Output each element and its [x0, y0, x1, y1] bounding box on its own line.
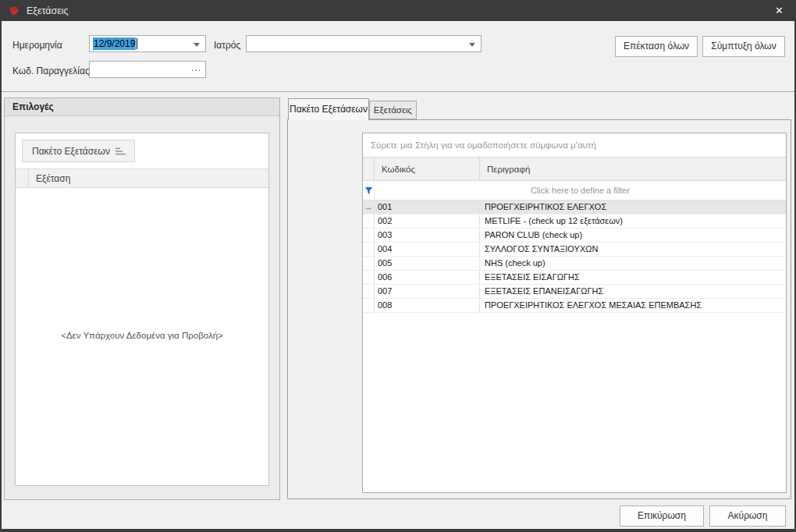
table-row[interactable]: 005NHS (check up) [363, 257, 786, 271]
filter-funnel-icon[interactable] [363, 181, 375, 200]
packages-grid: Σύρετε μια Στήλη για να ομαδοποιήσετε σύ… [362, 133, 787, 493]
package-group-button[interactable]: Πακέτο Εξετάσεων [22, 140, 135, 162]
grid-header-row: Κωδικός Περιγραφή [363, 158, 786, 181]
table-row[interactable]: 008ΠΡΟΕΓΧΕΙΡΗΤΙΚΟΣ ΕΛΕΓΧΟΣ ΜΕΣΑΙΑΣ ΕΠΕΜΒ… [363, 299, 786, 313]
tab-exam-packages[interactable]: Πακέτο Εξετάσεων [288, 98, 369, 120]
doctor-combobox[interactable] [246, 35, 482, 52]
doctor-label: Ιατρός [214, 40, 240, 51]
group-by-bar[interactable]: Σύρετε μια Στήλη για να ομαδοποιήσετε σύ… [363, 133, 786, 158]
package-group-label: Πακέτο Εξετάσεων [32, 146, 110, 157]
order-code-field[interactable]: ... [89, 61, 206, 78]
cell-code: 006 [375, 271, 480, 284]
row-indicator [363, 229, 375, 242]
row-indicator [363, 271, 375, 284]
table-row[interactable]: 003PARON CLUB (check up) [363, 229, 786, 243]
table-row[interactable]: 006ΕΞΕΤΑΣΕΙΣ ΕΙΣΑΓΩΓΗΣ [363, 271, 786, 285]
selected-exams-list: Πακέτο Εξετάσεων Εξέταση <Δεν Υπάρχουν Δ… [15, 133, 269, 486]
cell-description: PARON CLUB (check up) [480, 229, 786, 242]
column-header-description[interactable]: Περιγραφή [480, 158, 786, 180]
text-caret [137, 38, 137, 49]
exam-column-label: Εξέταση [29, 169, 70, 187]
table-row[interactable]: →001ΠΡΟΕΓΧΕΙΡΗΤΙΚΟΣ ΕΛΕΓΧΟΣ [363, 200, 786, 215]
exam-column-header[interactable]: Εξέταση [16, 168, 268, 188]
selections-panel-title: Επιλογές [5, 98, 279, 116]
cell-code: 001 [375, 200, 480, 214]
window-title: Εξετάσεις [27, 5, 69, 16]
table-row[interactable]: 004ΣΥΛΛΟΓΟΣ ΣΥΝΤΑΞΙΟΥΧΩΝ [363, 243, 786, 257]
cell-description: ΠΡΟΕΓΧΕΙΡΗΤΙΚΟΣ ΕΛΕΓΧΟΣ [480, 200, 786, 214]
chevron-down-icon[interactable] [194, 43, 200, 47]
cell-code: 007 [375, 285, 480, 298]
cell-description: ΣΥΛΛΟΓΟΣ ΣΥΝΤΑΞΙΟΥΧΩΝ [480, 243, 786, 256]
cancel-button[interactable]: Ακύρωση [709, 505, 786, 527]
table-row[interactable]: 002METLIFE - (check up 12 εξετάσεων) [363, 215, 786, 229]
confirm-button[interactable]: Επικύρωση [620, 505, 704, 527]
cell-code: 005 [375, 257, 480, 270]
expand-all-button[interactable]: Επέκταση όλων [615, 36, 698, 57]
row-indicator [363, 299, 375, 312]
heart-app-icon [8, 5, 20, 17]
sort-lines-icon [115, 147, 126, 156]
cell-code: 002 [375, 215, 480, 228]
date-combobox[interactable]: 12/9/2019 [89, 35, 206, 52]
date-value: 12/9/2019 [93, 37, 136, 50]
column-header-code[interactable]: Κωδικός [375, 158, 480, 180]
row-indicator-column [16, 169, 29, 187]
table-rows: →001ΠΡΟΕΓΧΕΙΡΗΤΙΚΟΣ ΕΛΕΓΧΟΣ002METLIFE - … [363, 200, 786, 313]
cell-code: 008 [375, 299, 480, 312]
title-bar: Εξετάσεις ✕ [0, 0, 796, 21]
filter-row[interactable]: Click here to define a filter [363, 181, 786, 200]
selections-panel: Επιλογές Πακέτο Εξετάσεων Εξέταση <Δεν Υ… [4, 98, 280, 500]
collapse-all-button[interactable]: Σύμπτυξη όλων [702, 36, 785, 57]
cell-code: 003 [375, 229, 480, 242]
filter-hint[interactable]: Click here to define a filter [375, 181, 786, 200]
row-indicator [363, 285, 375, 298]
header-indicator-cell [363, 158, 375, 180]
row-indicator [363, 257, 375, 270]
cell-description: ΕΞΕΤΑΣΕΙΣ ΕΙΣΑΓΩΓΗΣ [480, 271, 786, 284]
order-code-label: Κωδ. Παραγγελίας [12, 66, 90, 76]
table-row[interactable]: 007ΕΞΕΤΑΣΕΙΣ ΕΠΑΝΕΙΣΑΓΩΓΗΣ [363, 285, 786, 299]
cell-description: METLIFE - (check up 12 εξετάσεων) [480, 215, 786, 228]
chevron-down-icon[interactable] [469, 43, 475, 47]
row-indicator [363, 215, 375, 228]
row-indicator [363, 243, 375, 256]
toolbar-divider [2, 91, 794, 92]
row-pointer-icon: → [363, 200, 375, 214]
cell-code: 004 [375, 243, 480, 256]
cell-description: NHS (check up) [480, 257, 786, 270]
date-label: Ημερομηνία [12, 40, 62, 51]
cell-description: ΠΡΟΕΓΧΕΙΡΗΤΙΚΟΣ ΕΛΕΓΧΟΣ ΜΕΣΑΙΑΣ ΕΠΕΜΒΑΣΗ… [480, 299, 786, 312]
examinations-dialog: Εξετάσεις ✕ Ημερομηνία 12/9/2019 Ιατρός … [0, 0, 796, 532]
cell-description: ΕΞΕΤΑΣΕΙΣ ΕΠΑΝΕΙΣΑΓΩΓΗΣ [480, 285, 786, 298]
browse-ellipsis-button[interactable]: ... [191, 62, 201, 73]
no-data-message: <Δεν Υπάρχουν Δεδομένα για Προβολή> [16, 331, 268, 340]
close-icon[interactable]: ✕ [770, 3, 788, 18]
tab-exams[interactable]: Εξετάσεις [369, 101, 417, 119]
